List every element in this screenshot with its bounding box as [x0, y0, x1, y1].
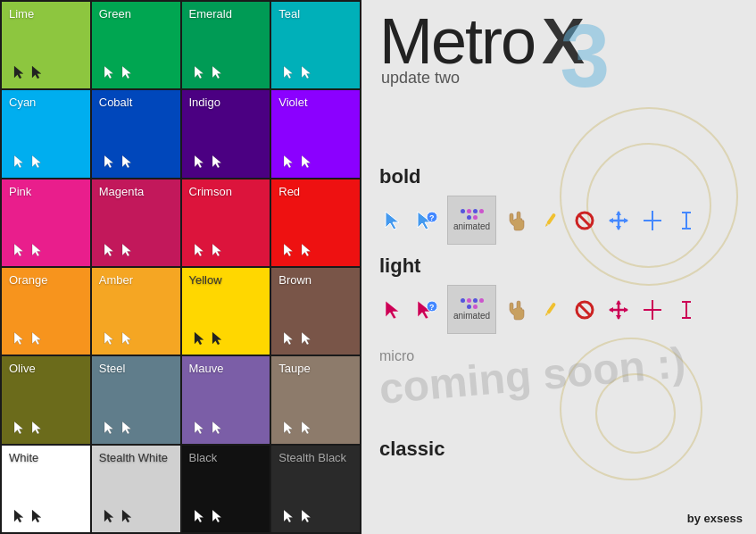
title-area: Metro X 3 update two [379, 9, 583, 88]
tile-label-teal: Teal [278, 7, 300, 21]
tile-yellow[interactable]: Yellow [182, 268, 270, 355]
tile-violet[interactable]: Violet [271, 90, 360, 177]
tile-teal[interactable]: Teal [271, 2, 360, 88]
tile-cyan[interactable]: Cyan [2, 90, 90, 177]
tile-steel[interactable]: Steel [92, 356, 180, 443]
tile-emerald[interactable]: Emerald [182, 2, 270, 88]
tile-indigo[interactable]: Indigo [182, 90, 270, 177]
light-no-cursor[interactable] [571, 296, 598, 323]
svg-marker-33 [32, 421, 41, 434]
svg-text:?: ? [429, 303, 435, 312]
footer-by: by [687, 512, 704, 525]
svg-marker-46 [284, 510, 293, 522]
svg-marker-43 [122, 510, 131, 522]
light-pen-cursor[interactable] [537, 296, 564, 323]
light-hand-cursor[interactable] [503, 296, 530, 323]
tile-cursors-white [9, 507, 46, 527]
tile-cursors-taupe [278, 419, 316, 438]
tile-brown[interactable]: Brown [271, 268, 360, 355]
bold-no-cursor[interactable] [571, 207, 598, 234]
tile-cursors-amber [99, 330, 137, 349]
svg-marker-18 [104, 244, 113, 256]
classic-title: classic [379, 438, 444, 461]
svg-marker-67 [386, 301, 399, 319]
light-cursor-row: ? animated [379, 285, 700, 334]
svg-marker-4 [195, 66, 204, 79]
svg-marker-61 [624, 218, 628, 223]
bold-animated-cursor[interactable]: animated [447, 196, 496, 245]
tile-lime[interactable]: Lime [2, 2, 90, 88]
svg-marker-16 [14, 244, 23, 256]
svg-marker-27 [122, 332, 131, 345]
light-normal-cursor[interactable] [379, 296, 406, 323]
svg-marker-42 [104, 510, 113, 522]
bold-help-cursor[interactable]: ? [413, 207, 440, 234]
svg-marker-48 [386, 212, 399, 229]
light-cross-cursor[interactable] [639, 296, 666, 323]
bold-hand-cursor[interactable] [503, 207, 530, 234]
svg-marker-14 [284, 155, 293, 168]
tile-green[interactable]: Green [92, 2, 180, 88]
footer: by exsess [687, 512, 743, 525]
bold-move-cursor[interactable] [605, 207, 632, 234]
tile-crimson[interactable]: Crimson [182, 179, 270, 266]
svg-marker-41 [32, 510, 41, 522]
svg-marker-31 [302, 332, 311, 345]
title-metro: Metro X [379, 5, 583, 77]
tile-label-steel: Steel [99, 362, 126, 375]
tile-label-mauve: Mauve [189, 362, 224, 375]
tile-label-stealth-white: Stealth White [99, 451, 168, 464]
svg-marker-13 [212, 155, 221, 168]
tile-black[interactable]: Black [182, 446, 270, 532]
svg-rect-71 [546, 302, 556, 314]
tile-pink[interactable]: Pink [2, 179, 90, 266]
tile-cursors-black [189, 507, 227, 527]
tile-cursors-violet [278, 153, 316, 172]
svg-marker-78 [616, 315, 621, 320]
svg-marker-10 [104, 155, 113, 168]
bold-pen-cursor[interactable] [537, 207, 564, 234]
tile-olive[interactable]: Olive [2, 356, 90, 443]
tile-white[interactable]: White [2, 446, 90, 532]
svg-marker-9 [32, 155, 41, 168]
tile-label-red: Red [278, 185, 300, 198]
tile-label-green: Green [99, 7, 131, 21]
bold-cross-cursor[interactable] [639, 207, 666, 234]
light-text-cursor[interactable] [673, 296, 700, 323]
svg-marker-77 [616, 300, 621, 305]
tile-label-cobalt: Cobalt [99, 96, 133, 109]
tile-orange[interactable]: Orange [2, 268, 90, 355]
tile-cursors-green [99, 63, 137, 83]
svg-marker-12 [195, 155, 204, 168]
bold-text-cursor[interactable] [673, 207, 700, 234]
title-number: 3 [560, 4, 610, 107]
light-title: light [379, 254, 700, 278]
light-help-cursor[interactable]: ? [413, 296, 440, 323]
tile-red[interactable]: Red [271, 179, 360, 266]
tile-taupe[interactable]: Taupe [271, 356, 360, 443]
tile-cursors-stealth-white [99, 507, 137, 527]
light-animated-dots [459, 298, 486, 309]
svg-line-55 [578, 214, 591, 227]
tile-label-indigo: Indigo [189, 96, 220, 109]
tile-cursors-olive [9, 419, 46, 438]
tile-label-taupe: Taupe [278, 362, 310, 375]
svg-marker-38 [284, 421, 293, 434]
tile-amber[interactable]: Amber [92, 268, 180, 355]
tile-cobalt[interactable]: Cobalt [92, 90, 180, 177]
tile-cursors-cyan [9, 153, 46, 172]
tile-cursors-indigo [189, 153, 227, 172]
light-animated-cursor[interactable]: animated [447, 285, 496, 334]
tile-stealth-black[interactable]: Stealth Black [271, 446, 360, 532]
tile-label-brown: Brown [278, 273, 312, 287]
tile-stealth-white[interactable]: Stealth White [92, 446, 180, 532]
bold-title: bold [379, 165, 700, 188]
light-move-cursor[interactable] [605, 296, 632, 323]
tile-magenta[interactable]: Magenta [92, 179, 180, 266]
tile-mauve[interactable]: Mauve [182, 356, 270, 443]
svg-marker-7 [302, 66, 311, 79]
tile-cursors-teal [278, 63, 316, 83]
svg-marker-32 [14, 421, 23, 434]
bold-normal-cursor[interactable] [379, 207, 406, 234]
svg-text:?: ? [429, 213, 435, 222]
